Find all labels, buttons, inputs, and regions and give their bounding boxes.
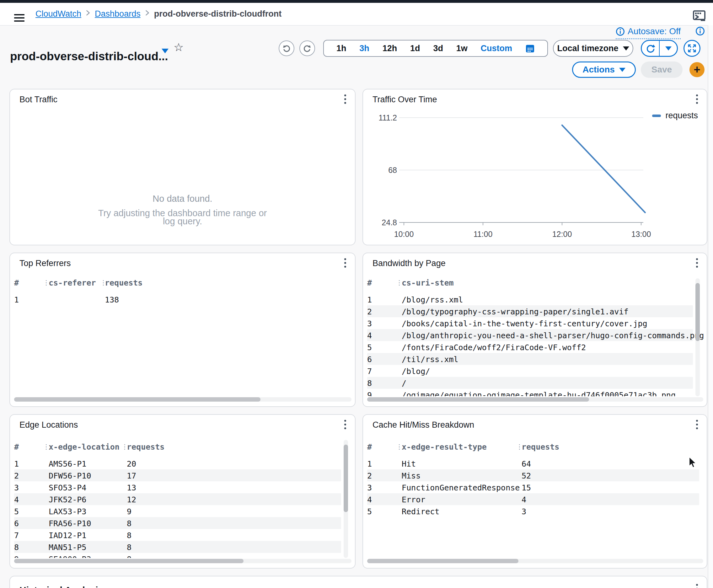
widget-menu-icon[interactable] — [696, 584, 698, 588]
time-range-3d[interactable]: 3d — [433, 44, 443, 53]
favorite-star-icon[interactable]: ☆ — [173, 41, 184, 54]
table-cell: /til/rss.xml — [402, 355, 459, 364]
table-cell: 7 — [14, 531, 19, 540]
breadcrumb-item-dashboards[interactable]: Dashboards — [95, 9, 141, 19]
page-scrollbar[interactable] — [708, 25, 713, 588]
widget-menu-icon[interactable] — [344, 258, 347, 270]
table-row[interactable]: 4/blog/anthropic-you-need-a-shell-parser… — [367, 329, 693, 341]
table-cell: 4 — [367, 495, 372, 504]
table-row[interactable]: 4Error4 — [367, 493, 699, 505]
widget-edge-locations: Edge Locations #x-edge-locationrequests⋮… — [9, 414, 356, 569]
horizontal-scrollbar — [367, 559, 703, 563]
table-cell: 64 — [522, 459, 531, 468]
table-row[interactable]: 6/til/rss.xml — [367, 353, 693, 365]
table-cell: 2 — [367, 471, 372, 480]
dashboard-title-caret-icon[interactable] — [162, 49, 169, 53]
table-cell: /blog/ — [402, 367, 430, 376]
table-row[interactable]: 8MAN51-P58 — [14, 541, 341, 553]
table-cell: Redirect — [402, 507, 439, 516]
table-cell: / — [402, 379, 406, 388]
table-row[interactable]: 3SFO53-P413 — [14, 481, 341, 493]
vertical-scrollbar-thumb[interactable] — [344, 445, 348, 512]
table-row[interactable]: 2Miss52 — [367, 469, 699, 481]
widget-title: Bandwidth by Page — [373, 258, 446, 268]
autosave-toggle[interactable]: Autosave: Off — [616, 26, 681, 39]
table-body: 1Hit642Miss523FunctionGeneratedResponse1… — [363, 440, 707, 558]
widget-menu-icon[interactable] — [344, 94, 347, 106]
timezone-label: Local timezone — [557, 44, 618, 53]
table-cell: 8 — [14, 543, 19, 552]
table-cell: 3 — [367, 483, 372, 492]
widget-top-referrers: Top Referrers #cs-refererrequests⋮⋮1138 — [9, 253, 356, 407]
add-widget-button[interactable]: + — [690, 62, 705, 77]
table-row[interactable]: 1Hit64 — [367, 458, 699, 469]
table-row[interactable]: 2DFW56-P1017 — [14, 469, 341, 481]
table-cell: 8 — [127, 543, 131, 552]
table-row[interactable]: 9/ogimage/equation-ogimage-template-hu-d… — [367, 389, 693, 396]
horizontal-scrollbar-thumb[interactable] — [367, 397, 589, 402]
table-cell: Hit — [402, 459, 416, 468]
table-row[interactable]: 3FunctionGeneratedResponse15 — [367, 481, 699, 493]
table-cell: 1 — [367, 295, 372, 304]
table-body: 1138 — [10, 278, 355, 396]
table-row[interactable]: 8/ — [367, 377, 693, 389]
widget-bot-traffic: Bot Traffic No data found. Try adjusting… — [9, 89, 356, 245]
table-row[interactable]: 5Redirect3 — [367, 505, 699, 517]
redo-button[interactable] — [299, 41, 315, 56]
dashboard-info-icon[interactable] — [695, 26, 705, 37]
refresh-options-button[interactable] — [659, 41, 677, 56]
widget-menu-icon[interactable] — [696, 420, 698, 431]
table-row[interactable]: 5/fonts/FiraCode/woff2/FiraCode-VF.woff2 — [367, 341, 693, 353]
browser-top-strip — [0, 0, 713, 3]
table-cell: 1 — [14, 295, 19, 304]
hamburger-menu-icon[interactable] — [14, 14, 24, 22]
time-range-custom[interactable]: Custom — [481, 44, 512, 53]
table-cell: 8 — [127, 519, 131, 528]
save-button[interactable]: Save — [641, 62, 683, 78]
table-row[interactable]: 5LAX53-P39 — [14, 505, 341, 517]
undo-icon — [282, 44, 291, 53]
refresh-button[interactable] — [642, 41, 659, 56]
info-icon — [616, 27, 625, 36]
table-row[interactable]: 3/books/capital-in-the-twenty-first-cent… — [367, 317, 693, 329]
cloudshell-icon[interactable] — [692, 9, 707, 22]
time-range-1h[interactable]: 1h — [336, 44, 347, 53]
actions-button[interactable]: Actions — [572, 62, 636, 78]
table-row[interactable]: 4JFK52-P612 — [14, 493, 341, 505]
table-row[interactable]: 1/blog/rss.xml — [367, 293, 693, 305]
table-cell: 20 — [127, 459, 136, 468]
widget-menu-icon[interactable] — [696, 258, 698, 270]
undo-button[interactable] — [279, 41, 294, 56]
chevron-down-icon — [665, 46, 672, 50]
timezone-dropdown[interactable]: Local timezone — [553, 40, 633, 57]
time-range-12h[interactable]: 12h — [382, 44, 397, 53]
widget-cache-breakdown: Cache Hit/Miss Breakdown #x-edge-result-… — [362, 414, 707, 569]
calendar-icon[interactable] — [525, 44, 535, 53]
svg-text:24.8: 24.8 — [382, 218, 397, 227]
table-row[interactable]: 7IAD12-P18 — [14, 529, 341, 541]
time-range-1d[interactable]: 1d — [410, 44, 420, 53]
table-cell: 8 — [127, 531, 131, 540]
breadcrumb: CloudWatchDashboardsprod-obverse-distrib… — [36, 3, 281, 25]
horizontal-scrollbar — [367, 397, 703, 402]
table-row[interactable]: 7/blog/ — [367, 365, 693, 377]
table-row[interactable]: 2/blog/typography-css-wrapping-paper/sin… — [367, 305, 693, 317]
table-row[interactable]: 1138 — [14, 293, 348, 305]
table-row[interactable]: 1AMS56-P120 — [14, 458, 341, 469]
table-cell: /blog/anthropic-you-need-a-shell-parser/… — [402, 331, 704, 340]
breadcrumb-item-cloudwatch[interactable]: CloudWatch — [36, 9, 81, 19]
table-cell: Miss — [402, 471, 421, 480]
table-row[interactable]: 9SEA900-P38 — [14, 553, 341, 558]
table-cell: /books/capital-in-the-twenty-first-centu… — [402, 319, 647, 328]
fullscreen-button[interactable] — [684, 40, 700, 57]
horizontal-scrollbar-thumb[interactable] — [367, 559, 519, 563]
horizontal-scrollbar-thumb[interactable] — [14, 559, 244, 563]
widget-menu-icon[interactable] — [344, 420, 347, 431]
cloudwatch-dashboard-page: CloudWatchDashboardsprod-obverse-distrib… — [0, 0, 713, 588]
time-range-1w[interactable]: 1w — [456, 44, 467, 53]
vertical-scrollbar-thumb[interactable] — [695, 283, 700, 341]
time-range-3h[interactable]: 3h — [359, 44, 369, 53]
svg-text:10:00: 10:00 — [394, 230, 414, 238]
table-row[interactable]: 6FRA56-P108 — [14, 517, 341, 529]
horizontal-scrollbar-thumb[interactable] — [14, 397, 260, 402]
